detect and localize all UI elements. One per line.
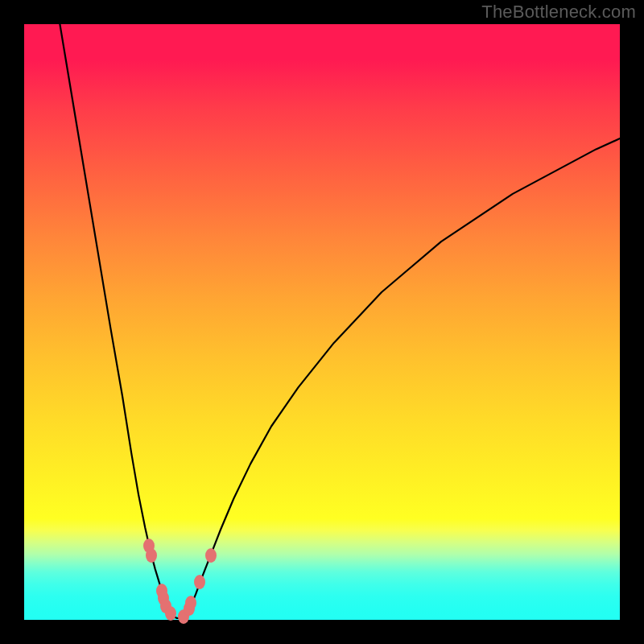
plot-area <box>24 24 620 620</box>
data-marker <box>205 548 217 563</box>
chart-frame: TheBottleneck.com <box>0 0 644 644</box>
bottleneck-curve <box>24 24 620 620</box>
watermark-text: TheBottleneck.com <box>481 2 636 23</box>
data-marker <box>146 548 157 563</box>
data-marker <box>194 575 205 589</box>
data-marker <box>165 606 176 621</box>
curve-path <box>60 24 620 618</box>
data-marker <box>185 596 196 610</box>
